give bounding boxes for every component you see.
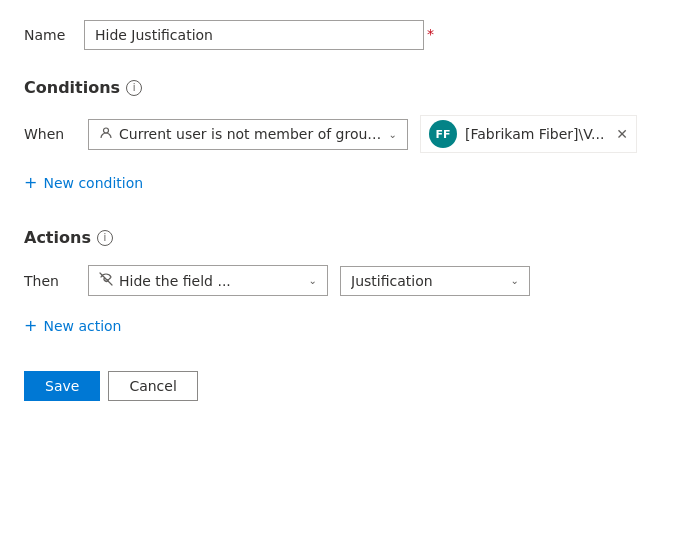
required-star: * xyxy=(427,26,434,42)
action-dropdown[interactable]: Hide the field ... ⌄ xyxy=(88,265,328,296)
person-icon xyxy=(99,126,113,143)
add-condition-plus-icon: + xyxy=(24,173,37,192)
condition-chevron-icon: ⌄ xyxy=(389,129,397,140)
add-condition-button[interactable]: + New condition xyxy=(24,169,676,196)
name-input[interactable] xyxy=(84,20,424,50)
condition-dropdown-text: Current user is not member of group ... xyxy=(119,126,383,142)
name-input-wrapper: * xyxy=(84,20,424,50)
cancel-button[interactable]: Cancel xyxy=(108,371,197,401)
action-chevron-icon: ⌄ xyxy=(309,275,317,286)
save-button[interactable]: Save xyxy=(24,371,100,401)
badge-close-icon[interactable]: ✕ xyxy=(616,126,628,142)
condition-dropdown[interactable]: Current user is not member of group ... … xyxy=(88,119,408,150)
then-label: Then xyxy=(24,273,76,289)
add-condition-label: New condition xyxy=(43,175,143,191)
conditions-info-icon[interactable]: i xyxy=(126,80,142,96)
justification-dropdown[interactable]: Justification ⌄ xyxy=(340,266,530,296)
badge-text: [Fabrikam Fiber]\V... xyxy=(465,126,604,142)
conditions-title: Conditions xyxy=(24,78,120,97)
then-row: Then Hide the field ... ⌄ Justification … xyxy=(24,265,676,296)
action-dropdown-text: Hide the field ... xyxy=(119,273,303,289)
actions-title: Actions xyxy=(24,228,91,247)
actions-section: Actions i Then Hide the field ... ⌄ Just… xyxy=(24,228,676,339)
when-label: When xyxy=(24,126,76,142)
conditions-section: Conditions i When Current user is not me… xyxy=(24,78,676,196)
justification-dropdown-text: Justification xyxy=(351,273,505,289)
actions-info-icon[interactable]: i xyxy=(97,230,113,246)
add-action-label: New action xyxy=(43,318,121,334)
badge-avatar: FF xyxy=(429,120,457,148)
add-action-plus-icon: + xyxy=(24,316,37,335)
conditions-header: Conditions i xyxy=(24,78,676,97)
when-row: When Current user is not member of group… xyxy=(24,115,676,153)
hide-field-icon xyxy=(99,272,113,289)
name-label: Name xyxy=(24,27,84,43)
actions-header: Actions i xyxy=(24,228,676,247)
name-row: Name * xyxy=(24,20,676,50)
add-action-button[interactable]: + New action xyxy=(24,312,676,339)
group-badge: FF [Fabrikam Fiber]\V... ✕ xyxy=(420,115,637,153)
justification-chevron-icon: ⌄ xyxy=(511,275,519,286)
buttons-row: Save Cancel xyxy=(24,371,676,401)
svg-point-0 xyxy=(104,128,109,133)
